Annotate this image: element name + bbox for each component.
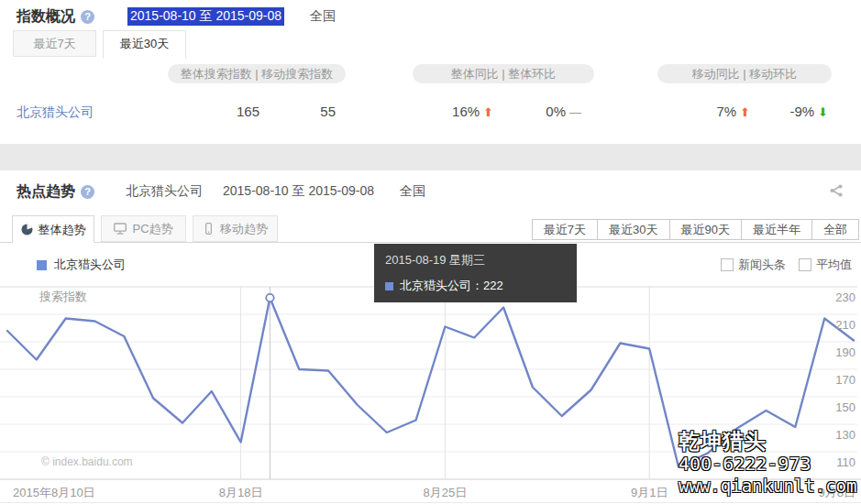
tab-label: 移动趋势: [220, 215, 268, 242]
company-watermark: 乾坤猎头 400-6222-973 www.qiankunlt.com: [679, 429, 856, 497]
overall-mom-value: 0%: [546, 104, 566, 119]
range-all[interactable]: 全部: [811, 219, 859, 240]
checkbox-average[interactable]: 平均值: [799, 257, 852, 273]
tab-last-30-days[interactable]: 最近30天: [103, 30, 186, 59]
y-tick-label: 170: [835, 373, 855, 387]
tab-mobile-trend[interactable]: 移动趋势: [193, 215, 278, 242]
y-tick-label: 230: [835, 290, 855, 304]
hover-marker: [266, 294, 273, 301]
tooltip-swatch: [385, 282, 393, 290]
keyword-link[interactable]: 北京猎头公司: [17, 104, 94, 121]
tab-overall-trend[interactable]: 整体趋势: [12, 215, 94, 243]
x-tick-label: 8月18日: [219, 486, 263, 499]
trend-keyword: 北京猎头公司: [126, 183, 203, 200]
trend-header: 热点趋势 ? 北京猎头公司 2015-08-10 至 2015-09-08 全国: [17, 181, 425, 203]
watermark-phone: 400-6222-973: [679, 453, 856, 475]
trend-region: 全国: [400, 183, 425, 200]
tooltip-value: 北京猎头公司：222: [400, 278, 503, 294]
region-label[interactable]: 全国: [310, 8, 336, 25]
help-icon[interactable]: ?: [81, 10, 94, 24]
tab-label: 整体趋势: [39, 216, 86, 243]
range-last-half-year[interactable]: 最近半年: [741, 219, 812, 240]
desktop-icon: [114, 223, 127, 235]
baidu-index-page: 指数概况 ? 2015-08-10 至 2015-09-08 全国 最近7天 最…: [0, 0, 861, 504]
legend-label: 北京猎头公司: [54, 257, 126, 273]
watermark-company: 乾坤猎头: [679, 429, 856, 453]
date-range-selected[interactable]: 2015-08-10 至 2015-09-08: [127, 7, 284, 26]
chart-tooltip: 2015-08-19 星期三 北京猎头公司：222: [374, 244, 577, 302]
x-tick-label: 9月1日: [631, 486, 668, 499]
help-icon[interactable]: ?: [81, 185, 94, 199]
trend-title: 热点趋势: [17, 182, 75, 202]
range-last-90-days[interactable]: 最近90天: [669, 219, 742, 240]
section-separator: [0, 144, 861, 170]
checkbox-label: 平均值: [816, 257, 852, 273]
column-group-overall-compare[interactable]: 整体同比 | 整体环比: [413, 64, 594, 83]
range-last-7-days[interactable]: 最近7天: [532, 219, 598, 240]
y-tick-label: 190: [835, 345, 855, 359]
time-range-group: 最近7天 最近30天 最近90天 最近半年 全部: [533, 219, 859, 240]
checkbox-icon: [799, 258, 811, 271]
share-icon[interactable]: [828, 182, 844, 203]
overview-title: 指数概况: [17, 7, 75, 27]
overall-yoy-cell: 16%⬆: [420, 104, 493, 119]
y-tick-label: 150: [835, 400, 855, 414]
trend-arrow-icon: ⬆: [740, 105, 750, 119]
checkbox-icon: [721, 258, 734, 271]
y-tick-label: 210: [835, 318, 855, 332]
trend-date-range: 2015-08-10 至 2015-09-08: [223, 183, 374, 200]
tab-label: PC趋势: [132, 215, 172, 242]
tab-pc-trend[interactable]: PC趋势: [101, 215, 186, 242]
mobile-yoy-value: 7%: [716, 104, 736, 119]
trend-arrow-icon: ⬇: [818, 105, 828, 119]
trend-flat-icon: —: [569, 105, 581, 119]
overall-mom-cell: 0%—: [508, 104, 581, 119]
mobile-mom-value: -9%: [789, 104, 814, 119]
trend-arrow-icon: ⬆: [483, 105, 493, 119]
mobile-search-index-value: 55: [271, 104, 336, 119]
checkbox-news-headlines[interactable]: 新闻头条: [721, 257, 786, 273]
column-group-search-index[interactable]: 整体搜索指数 | 移动搜索指数: [168, 64, 346, 83]
overall-yoy-value: 16%: [452, 104, 480, 119]
tooltip-series-row: 北京猎头公司：222: [385, 278, 566, 294]
mobile-yoy-cell: 7%⬆: [677, 104, 750, 119]
pie-chart-icon: [21, 224, 33, 236]
mobile-icon: [203, 223, 215, 235]
checkbox-label: 新闻头条: [738, 257, 786, 273]
tab-last-7-days[interactable]: 最近7天: [13, 30, 96, 57]
overview-tabs: 最近7天 最近30天: [13, 30, 193, 59]
legend-item[interactable]: 北京猎头公司: [37, 257, 126, 273]
overall-search-index-value: 165: [195, 104, 259, 119]
overview-header: 指数概况 ? 2015-08-10 至 2015-09-08 全国: [17, 5, 336, 27]
overlay-toggles: 新闻头条 平均值: [721, 257, 852, 273]
x-tick-label: 2015年8月10日: [13, 486, 95, 499]
column-group-mobile-compare[interactable]: 移动同比 | 移动环比: [657, 64, 832, 83]
x-tick-label: 8月25日: [424, 486, 468, 499]
legend-swatch: [37, 260, 47, 270]
watermark-url: www.qiankunlt.com: [679, 475, 856, 497]
tooltip-date: 2015-08-19 星期三: [385, 252, 566, 268]
range-last-30-days[interactable]: 最近30天: [597, 219, 669, 240]
mobile-mom-cell: -9%⬇: [755, 104, 828, 119]
